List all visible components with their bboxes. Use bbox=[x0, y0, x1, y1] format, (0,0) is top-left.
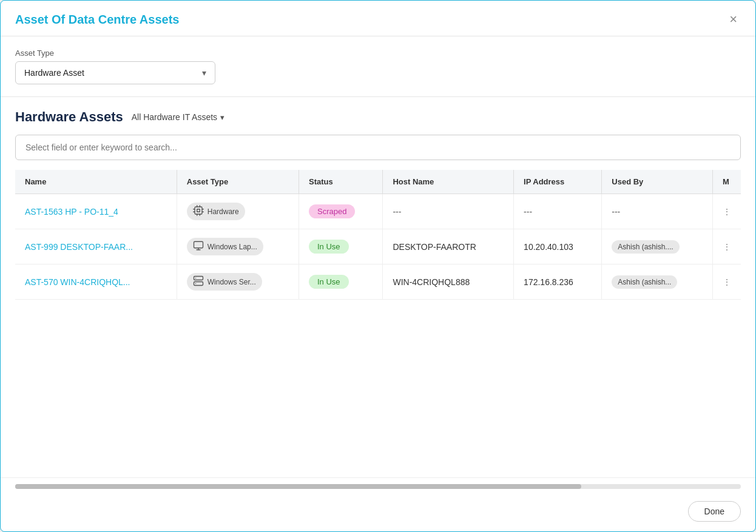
server-icon bbox=[193, 275, 204, 288]
horizontal-scrollbar[interactable] bbox=[1, 477, 755, 495]
status-cell: In Use bbox=[299, 264, 382, 300]
status-cell: Scraped bbox=[299, 194, 382, 229]
asset-type-section: Asset Type Hardware Asset ▾ bbox=[15, 49, 741, 84]
cpu-icon bbox=[193, 205, 204, 218]
asset-type-select[interactable]: Hardware Asset ▾ bbox=[15, 61, 215, 84]
asset-type-cell: Windows Lap... bbox=[177, 229, 299, 264]
used-by-cell: Ashish (ashish.... bbox=[602, 229, 713, 264]
status-badge: In Use bbox=[309, 240, 349, 254]
modal-header: Asset Of Data Centre Assets × bbox=[1, 1, 755, 36]
hostname-cell: --- bbox=[383, 194, 514, 229]
section-divider bbox=[1, 96, 755, 97]
chevron-down-icon: ▾ bbox=[202, 68, 206, 78]
asset-type-cell: Hardware bbox=[177, 194, 299, 229]
table-row: AST-570 WIN-4CRIQHQL...Windows Ser...In … bbox=[15, 264, 741, 300]
asset-type-badge: Windows Ser... bbox=[187, 273, 262, 291]
scrollbar-thumb bbox=[15, 484, 581, 489]
col-hostname: Host Name bbox=[383, 170, 514, 194]
asset-type-badge-label: Windows Lap... bbox=[208, 243, 257, 251]
asset-type-badge: Windows Lap... bbox=[187, 238, 263, 255]
close-button[interactable]: × bbox=[726, 12, 741, 27]
more-cell[interactable]: ⋮ bbox=[713, 194, 741, 229]
hostname-cell: DESKTOP-FAAROTR bbox=[383, 229, 514, 264]
asset-name-link[interactable]: AST-1563 HP - PO-11_4 bbox=[25, 207, 118, 217]
filter-dropdown[interactable]: All Hardware IT Assets ▾ bbox=[132, 112, 224, 122]
filter-chevron-icon: ▾ bbox=[220, 113, 224, 122]
used-by-badge: Ashish (ashish... bbox=[612, 275, 677, 289]
hardware-assets-header: Hardware Assets All Hardware IT Assets ▾ bbox=[15, 109, 741, 125]
svg-rect-14 bbox=[194, 282, 203, 286]
monitor-icon bbox=[193, 240, 204, 253]
used-by-cell: Ashish (ashish... bbox=[602, 264, 713, 300]
asset-name-cell: AST-570 WIN-4CRIQHQL... bbox=[15, 264, 177, 300]
more-cell[interactable]: ⋮ bbox=[713, 229, 741, 264]
col-ip: IP Address bbox=[514, 170, 602, 194]
used-by-cell: --- bbox=[602, 194, 713, 229]
col-used-by: Used By bbox=[602, 170, 713, 194]
svg-rect-0 bbox=[195, 207, 202, 214]
modal-body: Asset Type Hardware Asset ▾ Hardware Ass… bbox=[1, 36, 755, 477]
filter-label: All Hardware IT Assets bbox=[132, 112, 217, 122]
asset-name-cell: AST-999 DESKTOP-FAAR... bbox=[15, 229, 177, 264]
svg-rect-13 bbox=[194, 277, 203, 280]
col-more: M bbox=[713, 170, 741, 194]
table-header-row: Name Asset Type Status Host Name IP Addr… bbox=[15, 170, 741, 194]
status-badge: Scraped bbox=[309, 204, 355, 218]
ip-address-cell: 10.20.40.103 bbox=[514, 229, 602, 264]
modal-footer: Done bbox=[1, 495, 755, 531]
asset-type-cell: Windows Ser... bbox=[177, 264, 299, 300]
table-row: AST-999 DESKTOP-FAAR...Windows Lap...In … bbox=[15, 229, 741, 264]
asset-type-value: Hardware Asset bbox=[24, 68, 84, 78]
svg-rect-10 bbox=[194, 241, 203, 248]
svg-rect-1 bbox=[197, 209, 200, 212]
col-name: Name bbox=[15, 170, 177, 194]
asset-type-badge-label: Windows Ser... bbox=[208, 278, 256, 286]
done-button[interactable]: Done bbox=[688, 501, 741, 522]
col-asset-type: Asset Type bbox=[177, 170, 299, 194]
ip-address-cell: 172.16.8.236 bbox=[514, 264, 602, 300]
more-cell[interactable]: ⋮ bbox=[713, 264, 741, 300]
asset-type-label: Asset Type bbox=[15, 49, 741, 58]
ip-address-cell: --- bbox=[514, 194, 602, 229]
modal-dialog: Asset Of Data Centre Assets × Asset Type… bbox=[0, 0, 756, 532]
asset-name-link[interactable]: AST-570 WIN-4CRIQHQL... bbox=[25, 277, 130, 287]
asset-type-badge-label: Hardware bbox=[208, 207, 239, 216]
modal-title: Asset Of Data Centre Assets bbox=[15, 13, 179, 27]
used-by-badge: Ashish (ashish.... bbox=[612, 240, 679, 254]
status-cell: In Use bbox=[299, 229, 382, 264]
hostname-cell: WIN-4CRIQHQL888 bbox=[383, 264, 514, 300]
asset-type-badge: Hardware bbox=[187, 203, 245, 220]
asset-name-link[interactable]: AST-999 DESKTOP-FAAR... bbox=[25, 242, 133, 252]
asset-name-cell: AST-1563 HP - PO-11_4 bbox=[15, 194, 177, 229]
search-input[interactable] bbox=[15, 135, 741, 160]
hardware-assets-title: Hardware Assets bbox=[15, 109, 123, 125]
scrollbar-track bbox=[15, 484, 741, 489]
status-badge: In Use bbox=[309, 275, 349, 289]
assets-table: Name Asset Type Status Host Name IP Addr… bbox=[15, 170, 741, 300]
table-row: AST-1563 HP - PO-11_4HardwareScraped----… bbox=[15, 194, 741, 229]
col-status: Status bbox=[299, 170, 382, 194]
assets-table-container: Name Asset Type Status Host Name IP Addr… bbox=[15, 170, 741, 300]
